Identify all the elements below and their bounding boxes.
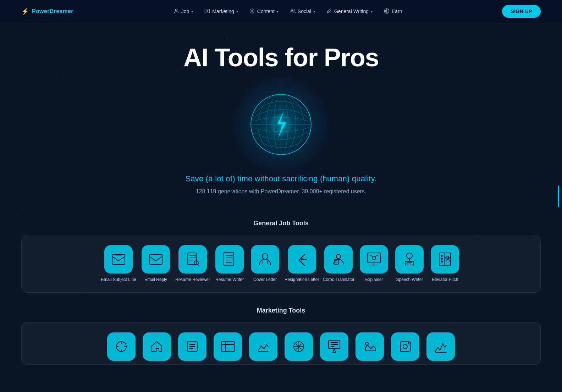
svg-point-0 (175, 9, 177, 11)
svg-rect-59 (221, 342, 234, 352)
earn-label: Earn (392, 9, 402, 14)
svg-rect-20 (188, 253, 196, 264)
general-writing-chevron: ▾ (371, 10, 373, 13)
nav-item-general-writing[interactable]: General Writing ▾ (321, 5, 378, 18)
logo-icon: ⚡ (21, 7, 29, 15)
marketing-tools-grid (21, 322, 541, 365)
marketing-6-icon (291, 339, 307, 354)
hero-section: AI Tools for Pros (0, 23, 562, 220)
navbar: ⚡ PowerDreamer Job ▾ Marketing ▾ Content… (0, 0, 562, 23)
marketing-1-icon (114, 339, 129, 354)
general-writing-label: General Writing (334, 9, 369, 14)
svg-rect-39 (368, 253, 380, 263)
resignation-letter-icon-box (288, 245, 316, 274)
job-tools-grid: Email Subject Line Email Reply (21, 235, 541, 293)
tool-marketing-8[interactable] (354, 332, 386, 361)
marketing-1-icon-box (107, 332, 136, 361)
resume-writer-label: Resume Writer (215, 277, 244, 283)
svg-rect-26 (224, 252, 234, 266)
speech-writer-icon-box (395, 245, 424, 274)
corpo-translator-icon-box (324, 245, 353, 274)
social-chevron: ▾ (313, 10, 315, 13)
marketing-8-icon-box (356, 332, 384, 361)
globe-glow (231, 75, 331, 174)
job-chevron: ▾ (191, 10, 193, 13)
marketing-10-icon-box (426, 332, 455, 361)
elevator-pitch-icon (437, 252, 453, 267)
marketing-chevron: ▾ (236, 10, 238, 13)
svg-rect-71 (400, 342, 410, 352)
logo[interactable]: ⚡ PowerDreamer (21, 7, 73, 15)
tool-cover-letter[interactable]: Cover Letter (249, 245, 281, 283)
job-tools-section: General Job Tools Email Subject Line Em (0, 220, 562, 304)
marketing-7-icon (326, 339, 342, 354)
cover-letter-icon (257, 252, 273, 267)
tool-marketing-9[interactable] (389, 332, 421, 361)
svg-point-72 (403, 344, 407, 349)
marketing-4-icon (220, 339, 236, 354)
speech-writer-label: Speech Writer (396, 277, 423, 283)
marketing-5-icon (255, 339, 271, 354)
tool-marketing-2[interactable] (141, 332, 173, 361)
general-writing-icon (326, 8, 332, 15)
explainer-icon-box (360, 245, 388, 274)
job-icon (173, 8, 179, 15)
marketing-9-icon (397, 339, 413, 354)
marketing-5-icon-box (249, 332, 277, 361)
explainer-label: Explainer (365, 277, 383, 283)
tool-email-reply[interactable]: Email Reply (140, 245, 172, 283)
tool-resume-writer[interactable]: Resume Writer (214, 245, 246, 283)
tool-marketing-10[interactable] (425, 332, 457, 361)
resume-reviewer-label: Resume Reviewer (175, 277, 210, 283)
marketing-2-icon-box (143, 332, 171, 361)
social-icon (290, 8, 296, 15)
nav-item-earn[interactable]: Earn (379, 5, 407, 18)
svg-point-52 (441, 258, 442, 259)
svg-point-2 (291, 9, 293, 11)
resume-writer-icon (222, 252, 237, 267)
globe-container (242, 85, 320, 164)
resume-writer-icon-box (215, 245, 244, 274)
nav-item-social[interactable]: Social ▾ (285, 5, 320, 18)
tool-marketing-5[interactable] (247, 332, 279, 361)
marketing-tools-title: Marketing Tools (21, 307, 541, 314)
svg-point-35 (336, 254, 341, 259)
tool-resignation-letter[interactable]: Resignation Letter (285, 245, 319, 283)
email-reply-icon-box (142, 245, 170, 274)
nav-links: Job ▾ Marketing ▾ Content ▾ Social ▾ (169, 5, 407, 18)
svg-point-51 (441, 255, 442, 256)
nav-item-content[interactable]: Content ▾ (244, 5, 283, 18)
tool-speech-writer[interactable]: Speech Writer (393, 245, 425, 283)
content-label: Content (257, 9, 275, 14)
tool-marketing-7[interactable] (318, 332, 350, 361)
tool-resume-reviewer[interactable]: Resume Reviewer (175, 245, 210, 283)
tool-explainer[interactable]: Explainer (358, 245, 390, 283)
tool-elevator-pitch[interactable]: Elevator Pitch (429, 245, 461, 283)
tool-marketing-6[interactable] (283, 332, 315, 361)
svg-point-45 (407, 253, 412, 259)
svg-point-34 (301, 259, 303, 260)
svg-rect-17 (112, 254, 125, 264)
tool-marketing-3[interactable] (176, 332, 208, 361)
marketing-label: Marketing (212, 9, 234, 14)
logo-text: PowerDreamer (32, 8, 73, 15)
tool-marketing-4[interactable] (212, 332, 244, 361)
tool-marketing-1[interactable] (105, 332, 137, 361)
signup-button[interactable]: SIGN UP (502, 5, 541, 18)
svg-line-25 (198, 264, 199, 266)
social-label: Social (298, 9, 311, 14)
elevator-pitch-label: Elevator Pitch (432, 277, 458, 283)
resume-reviewer-icon-box (178, 245, 207, 274)
tool-corpo-translator[interactable]: Corpo Translator (323, 245, 354, 283)
marketing-7-icon-box (320, 332, 348, 361)
tool-email-subject-line[interactable]: Email Subject Line (101, 245, 136, 283)
nav-item-job[interactable]: Job ▾ (169, 5, 198, 18)
marketing-4-icon-box (214, 332, 242, 361)
content-chevron: ▾ (277, 10, 279, 13)
email-subject-line-icon-box (104, 245, 133, 274)
svg-point-4 (385, 10, 388, 12)
nav-item-marketing[interactable]: Marketing ▾ (199, 5, 243, 18)
svg-point-3 (384, 9, 389, 13)
svg-point-70 (365, 342, 368, 345)
marketing-8-icon (362, 339, 378, 354)
